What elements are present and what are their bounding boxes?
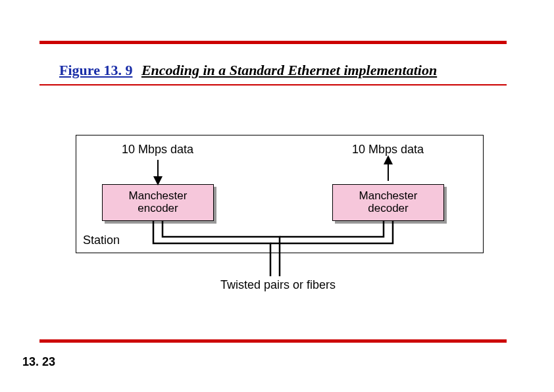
medium-label: Twisted pairs or fibers <box>220 278 336 292</box>
figure-caption: Encoding in a Standard Ethernet implemen… <box>141 62 437 78</box>
page-number: 13. 23 <box>22 355 55 369</box>
figure-label: Figure 13. 9 <box>59 62 132 78</box>
ethernet-encoding-diagram: Station 10 Mbps data 10 Mbps data Manche… <box>76 135 484 286</box>
decoder-line-a <box>280 221 384 237</box>
encoder-line-b <box>163 221 280 276</box>
top-rule-thin <box>39 84 507 86</box>
slide-page: Figure 13. 9 Encoding in a Standard Ethe… <box>0 0 554 392</box>
encoder-line-a <box>153 221 270 276</box>
wiring-svg <box>76 135 484 286</box>
figure-title: Figure 13. 9 Encoding in a Standard Ethe… <box>59 62 437 79</box>
decoder-line-b <box>270 221 393 243</box>
top-rule-thick <box>39 41 507 44</box>
bottom-rule-thick <box>39 339 507 343</box>
